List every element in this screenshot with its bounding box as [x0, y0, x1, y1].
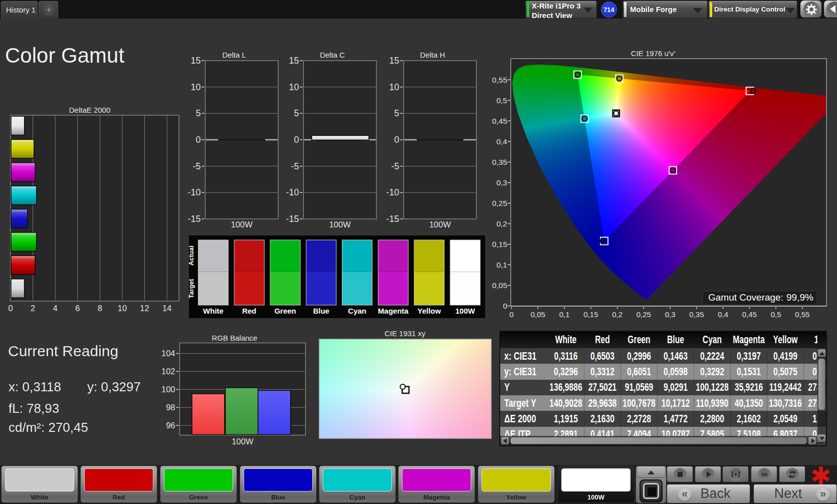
svg-text:Gamut Coverage:: Gamut Coverage: — [708, 292, 783, 303]
svg-text:∞: ∞ — [761, 468, 768, 479]
svg-text:99,9%: 99,9% — [786, 292, 813, 303]
